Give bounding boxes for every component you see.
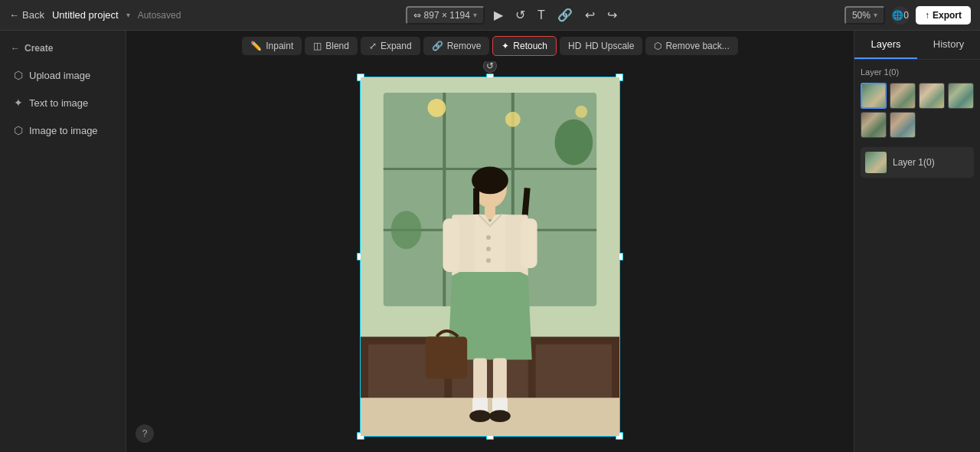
layer-thumbnails-grid	[861, 83, 974, 138]
topbar: ← Back Untitled project ▾ Autosaved ⇔ 89…	[0, 0, 980, 31]
sidebar-item-image-to-image[interactable]: ⬡ Image to image	[6, 118, 119, 142]
upload-image-label: Upload image	[29, 70, 90, 81]
blend-label: Blend	[325, 41, 349, 51]
tab-history[interactable]: History	[917, 31, 980, 59]
back-button[interactable]: ← Back	[9, 9, 44, 21]
notifications-count: 0	[903, 10, 909, 21]
inpaint-button[interactable]: ✏️ Inpaint	[242, 37, 302, 55]
notifications-button[interactable]: 🌐 0	[891, 6, 910, 25]
dimensions-value: 897 × 1194	[424, 10, 470, 21]
back-arrow-icon: ←	[9, 9, 19, 21]
sidebar-item-text-to-image[interactable]: ✦ Text to image	[6, 90, 119, 115]
inpaint-icon: ✏️	[250, 41, 262, 51]
layer-thumb-3[interactable]	[919, 83, 945, 109]
resize-icon: ⇔	[413, 10, 421, 21]
expand-icon: ⤢	[369, 41, 377, 51]
layer-thumb-4-image	[949, 84, 973, 108]
layer-thumb-1-image	[862, 84, 885, 107]
topbar-center: ⇔ 897 × 1194 ▾ ▶ ↺ T 🔗 ↩ ↪	[406, 5, 620, 25]
layer-item-1[interactable]: Layer 1(0)	[861, 147, 974, 178]
text-tool-button[interactable]: T	[534, 5, 548, 25]
remove-button[interactable]: 🔗 Remove	[423, 37, 490, 55]
main-content: ← Create ⬡ Upload image ✦ Text to image …	[0, 31, 980, 452]
zoom-chevron-icon: ▾	[874, 11, 877, 19]
project-name[interactable]: Untitled project	[52, 9, 119, 21]
hd-upscale-label: HD Upscale	[585, 41, 634, 51]
dimensions-chevron-icon: ▾	[473, 11, 477, 19]
blend-button[interactable]: ◫ Blend	[305, 37, 358, 55]
help-icon: ?	[142, 428, 148, 439]
export-label: Export	[933, 10, 962, 21]
expand-label: Expand	[381, 41, 412, 51]
help-button[interactable]: ?	[136, 424, 154, 443]
link-tool-button[interactable]: 🔗	[554, 5, 576, 25]
topbar-right: 50% ▾ 🌐 0 ↑ Export	[844, 6, 971, 25]
remove-back-label: Remove back...	[665, 41, 729, 51]
retouch-label: Retouch	[513, 41, 547, 51]
canvas-image	[361, 77, 619, 436]
autosaved-label: Autosaved	[138, 10, 181, 21]
canvas-image-inner	[361, 77, 619, 436]
canvas-viewport[interactable]: ↺	[126, 61, 854, 452]
hd-upscale-icon: HD	[568, 41, 581, 51]
layers-tab-label: Layers	[871, 38, 900, 50]
layer-item-name-1: Layer 1(0)	[893, 157, 935, 168]
text-to-image-label: Text to image	[29, 97, 88, 109]
create-arrow-icon: ←	[11, 43, 20, 54]
blend-icon: ◫	[313, 41, 322, 51]
layers-content: Layer 1(0)	[854, 60, 980, 185]
tab-layers[interactable]: Layers	[854, 31, 917, 59]
remove-back-button[interactable]: ⬡ Remove back...	[645, 37, 737, 55]
zoom-display[interactable]: 50% ▾	[844, 6, 885, 25]
right-sidebar: Layers History Layer 1(0)	[854, 31, 980, 452]
notification-icon: 🌐	[892, 10, 903, 21]
export-icon: ↑	[925, 10, 929, 21]
selected-image-container[interactable]: ↺	[360, 77, 620, 437]
project-chevron-icon: ▾	[126, 11, 130, 19]
dimensions-display[interactable]: ⇔ 897 × 1194 ▾	[406, 6, 485, 25]
remove-icon: 🔗	[432, 41, 443, 51]
layer-thumb-5[interactable]	[861, 112, 887, 138]
layer-thumb-6-image	[890, 113, 915, 137]
select-tool-button[interactable]: ▶	[491, 5, 506, 25]
image-to-image-icon: ⬡	[14, 124, 23, 136]
back-label: Back	[22, 9, 44, 21]
hd-upscale-button[interactable]: HD HD Upscale	[560, 37, 642, 55]
rotate-icon: ↺	[486, 61, 494, 71]
history-tab-label: History	[933, 38, 964, 50]
remove-label: Remove	[447, 41, 482, 51]
text-to-image-icon: ✦	[14, 97, 23, 109]
image-to-image-label: Image to image	[29, 125, 98, 136]
redo-button[interactable]: ↪	[604, 5, 620, 25]
remove-back-icon: ⬡	[654, 41, 662, 51]
tool-strip: ✏️ Inpaint ◫ Blend ⤢ Expand 🔗 Remove ✦ R…	[126, 31, 854, 61]
layer-thumb-2-image	[890, 84, 915, 108]
layer-thumb-4[interactable]	[948, 83, 974, 109]
left-sidebar: ← Create ⬡ Upload image ✦ Text to image …	[0, 31, 126, 452]
create-section-title: ← Create	[6, 40, 119, 60]
topbar-left: ← Back Untitled project ▾ Autosaved	[9, 9, 181, 21]
rotate-handle[interactable]: ↺	[483, 61, 497, 73]
expand-button[interactable]: ⤢ Expand	[361, 37, 420, 55]
layer-thumb-3-image	[920, 84, 944, 108]
right-sidebar-tabs: Layers History	[854, 31, 980, 60]
layer-item-thumb-1	[865, 152, 887, 173]
layer-thumb-5-image	[861, 113, 886, 137]
inpaint-label: Inpaint	[266, 41, 293, 51]
create-label: Create	[24, 43, 53, 54]
retouch-icon: ✦	[501, 41, 509, 51]
undo-button[interactable]: ↩	[582, 5, 598, 25]
sidebar-item-upload-image[interactable]: ⬡ Upload image	[6, 63, 119, 87]
layer-thumb-2[interactable]	[890, 83, 916, 109]
upload-image-icon: ⬡	[14, 69, 23, 81]
refresh-tool-button[interactable]: ↺	[512, 5, 528, 25]
export-button[interactable]: ↑ Export	[916, 6, 971, 25]
retouch-button[interactable]: ✦ Retouch	[492, 36, 557, 56]
layer-thumb-1[interactable]	[861, 83, 887, 109]
layer-thumb-6[interactable]	[890, 112, 916, 138]
canvas-area: ✏️ Inpaint ◫ Blend ⤢ Expand 🔗 Remove ✦ R…	[126, 31, 854, 452]
layers-section-title: Layer 1(0)	[861, 67, 974, 77]
zoom-value: 50%	[852, 10, 871, 21]
